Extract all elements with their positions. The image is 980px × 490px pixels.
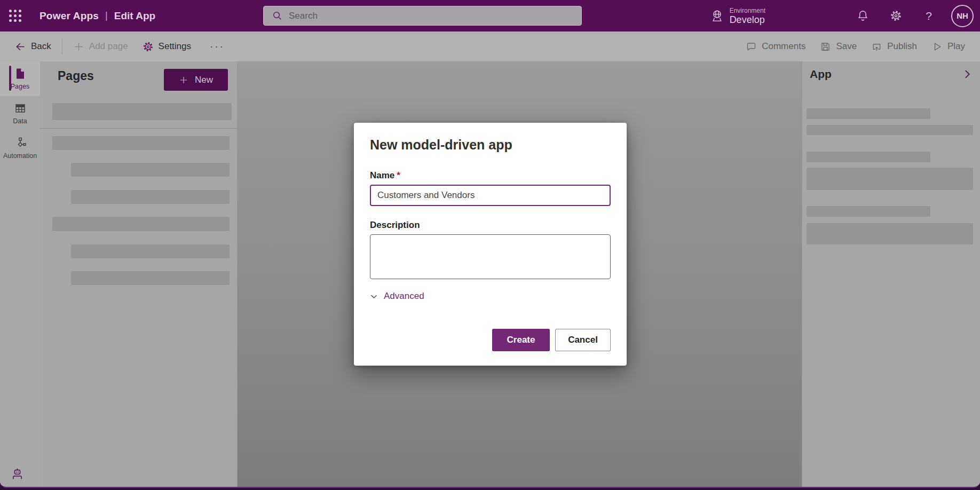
rail-item-automation[interactable]: Automation — [0, 131, 40, 165]
settings-gear-icon[interactable] — [889, 10, 902, 22]
cancel-button[interactable]: Cancel — [555, 329, 611, 351]
window-title: Power Apps | Edit App — [39, 10, 155, 22]
pages-document-icon — [14, 67, 27, 80]
gear-icon — [143, 41, 154, 52]
publish-button[interactable]: Publish — [871, 41, 917, 52]
app-name-input[interactable] — [370, 185, 611, 206]
pages-panel-title: Pages — [58, 69, 94, 83]
skeleton-bar — [807, 206, 930, 217]
new-page-button[interactable]: New — [164, 69, 228, 91]
plus-icon — [73, 41, 84, 52]
dialog-footer: Create Cancel — [370, 329, 611, 351]
skeleton-bar — [52, 217, 230, 231]
chevron-right-icon[interactable] — [962, 69, 973, 80]
data-table-icon — [14, 102, 27, 115]
rail-item-pages[interactable]: Pages — [0, 61, 40, 96]
environment-picker[interactable]: Environment Develop — [710, 7, 765, 25]
skeleton-bar — [807, 168, 973, 190]
topbar-right-cluster: Environment Develop ? NH — [710, 0, 980, 31]
search-input[interactable] — [289, 11, 556, 21]
advanced-label: Advanced — [384, 291, 424, 302]
dialog-title: New model-driven app — [370, 137, 611, 153]
left-nav-rail: Pages Data — [0, 61, 40, 487]
rail-item-data[interactable]: Data — [0, 96, 40, 131]
automation-flow-icon — [14, 137, 27, 149]
pages-panel: Pages New — [40, 61, 238, 487]
product-name: Power Apps — [39, 10, 99, 22]
app-panel-title: App — [810, 68, 832, 81]
create-button[interactable]: Create — [492, 329, 550, 351]
toolbar-divider — [62, 38, 62, 54]
waffle-dots — [9, 10, 21, 22]
required-marker: * — [397, 170, 400, 180]
search-icon — [272, 11, 282, 21]
comment-bubble-icon — [746, 41, 757, 52]
skeleton-bar — [71, 190, 230, 204]
publish-icon — [871, 41, 882, 52]
skeleton-bar — [807, 108, 930, 119]
panel-divider — [40, 128, 237, 129]
skeleton-bar — [52, 136, 230, 150]
app-launcher-waffle-icon[interactable] — [3, 4, 27, 28]
settings-button[interactable]: Settings — [143, 41, 191, 52]
description-textarea[interactable] — [370, 234, 611, 279]
app-panel-header: App — [810, 68, 973, 81]
play-button[interactable]: Play — [931, 41, 965, 52]
play-icon — [931, 41, 943, 52]
app-properties-panel: App — [802, 61, 980, 487]
environment-globe-icon — [710, 9, 724, 23]
advanced-toggle[interactable]: Advanced — [370, 291, 424, 302]
global-search-box[interactable] — [263, 6, 582, 26]
skeleton-bar — [71, 163, 230, 177]
environment-text: Environment Develop — [730, 7, 765, 25]
copilot-robot-icon[interactable] — [10, 467, 25, 481]
skeleton-bar — [71, 244, 230, 258]
back-arrow-icon — [15, 41, 26, 52]
new-model-driven-app-dialog: New model-driven app Name* Description A… — [354, 123, 627, 366]
back-button[interactable]: Back — [15, 41, 51, 52]
avatar-initials: NH — [957, 11, 968, 20]
selected-indicator — [9, 66, 11, 91]
save-floppy-icon — [820, 41, 831, 52]
add-page-button[interactable]: Add page — [73, 41, 128, 52]
save-button[interactable]: Save — [820, 41, 857, 52]
top-app-bar: Power Apps | Edit App Environment Develo… — [0, 0, 980, 31]
account-avatar[interactable]: NH — [951, 5, 974, 27]
overflow-menu-button[interactable]: ··· — [206, 41, 229, 52]
description-field-label: Description — [370, 219, 611, 231]
environment-name: Develop — [730, 14, 765, 25]
command-bar: Back Add page Settings ··· Comments — [0, 31, 980, 61]
skeleton-bar — [71, 271, 230, 285]
skeleton-bar — [807, 152, 930, 162]
skeleton-bar — [52, 103, 232, 120]
skeleton-bar — [807, 223, 973, 244]
help-icon[interactable]: ? — [922, 10, 935, 22]
plus-icon — [179, 75, 188, 85]
title-separator: | — [105, 10, 108, 21]
notifications-bell-icon[interactable] — [856, 10, 869, 22]
page-context-title: Edit App — [114, 10, 155, 22]
name-field-label: Name* — [370, 170, 611, 181]
skeleton-bar — [807, 125, 973, 135]
environment-label: Environment — [730, 7, 765, 14]
comments-button[interactable]: Comments — [746, 41, 805, 52]
chevron-down-icon — [370, 293, 378, 301]
